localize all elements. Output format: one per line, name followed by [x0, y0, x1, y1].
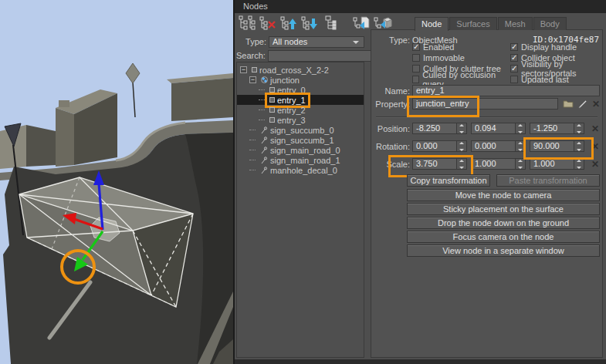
view-node-separate-window-button[interactable]: View node in a separate window	[407, 244, 600, 257]
checkmark-icon	[412, 54, 420, 62]
tree-guide-line	[249, 160, 256, 160]
property-row: Property: junction_entry ✕	[371, 98, 600, 110]
tab-node[interactable]: Node	[415, 17, 449, 31]
reference-node-icon	[260, 157, 268, 164]
move-node-to-camera-button[interactable]: Move the node to camera	[407, 189, 600, 201]
reset-scale-button[interactable]: ✕	[591, 160, 599, 169]
scale-x-field[interactable]: 3.750	[412, 158, 467, 170]
reset-rotation-button[interactable]: ✕	[591, 142, 599, 151]
rotation-y-field[interactable]: 0.000	[471, 140, 526, 152]
reference-node-icon	[260, 147, 268, 154]
spinner-icon[interactable]	[515, 159, 525, 169]
tree-item-sign_main_road_1[interactable]: sign_main_road_1	[237, 155, 364, 165]
search-label: Search:	[236, 51, 266, 60]
save-node-as-file-icon[interactable]	[353, 15, 371, 32]
mesh-node-icon	[269, 97, 275, 103]
tree-item-sign_succumb_1[interactable]: sign_succumb_1	[237, 135, 364, 145]
position-z-field[interactable]: -1.250	[530, 123, 584, 134]
dummy-node-icon	[261, 76, 268, 83]
scale-y-field[interactable]: 1.000	[471, 158, 526, 170]
checkbox-immovable[interactable]: Immovable	[412, 52, 510, 62]
search-row: Search:	[236, 49, 364, 62]
tree-guide-line	[249, 130, 256, 130]
rotation-row: Rotation: 0.000 0.000 90.000 ✕	[371, 140, 600, 152]
checkbox-display-handle[interactable]: ✓Display handle	[510, 42, 601, 52]
tree-item-entry_3[interactable]: entry_3	[237, 115, 364, 125]
tree-item-manhole_decal_0[interactable]: manhole_decal_0	[237, 165, 364, 175]
move-node-up-icon[interactable]	[279, 15, 298, 32]
checkmark-icon	[412, 76, 419, 83]
mesh-node-icon	[269, 107, 275, 113]
spinner-icon[interactable]	[574, 123, 584, 133]
tree-item-junction[interactable]: − junction	[237, 75, 364, 85]
tree-item-sign_succumb_0[interactable]: sign_succumb_0	[237, 125, 364, 135]
browse-property-button[interactable]	[563, 99, 574, 108]
tree-guide-line	[249, 140, 256, 140]
delete-node-icon[interactable]	[259, 15, 277, 32]
spinner-icon[interactable]	[515, 123, 525, 133]
tab-surfaces[interactable]: Surfaces	[449, 17, 496, 30]
tree-guide-line	[259, 99, 265, 100]
tree-guide-line	[249, 170, 256, 170]
node-hierarchy-tree[interactable]: − road_cross_X_2-2 − junction entry_0 en…	[236, 62, 364, 358]
clear-property-button[interactable]: ✕	[592, 99, 600, 109]
details-tabs: Node Surfaces Mesh Body	[415, 17, 567, 31]
checkbox-culled-by-occlusion-query[interactable]: Culled by occlusion query	[412, 74, 510, 84]
mesh-node-icon	[269, 87, 275, 93]
edit-property-button[interactable]	[578, 99, 587, 109]
add-node-hierarchy-icon[interactable]	[238, 15, 256, 32]
spinner-icon[interactable]	[515, 141, 525, 151]
node-type-label: Type:	[371, 35, 410, 45]
application-window: Nodes	[0, 0, 606, 364]
type-filter-dropdown[interactable]: All nodes	[269, 36, 364, 48]
position-y-field[interactable]: 0.094	[471, 123, 526, 134]
name-label: Name:	[371, 86, 410, 96]
paste-transformation-button[interactable]: Paste transformation	[496, 174, 600, 187]
checkbox-updated-last[interactable]: Updated last	[510, 74, 601, 84]
tree-guide-line	[259, 110, 265, 110]
tree-item-road_cross_X_2-2[interactable]: − road_cross_X_2-2	[237, 65, 364, 75]
checkmark-icon	[510, 76, 518, 83]
separator	[376, 116, 598, 117]
mesh-node-icon	[269, 117, 275, 123]
spinner-icon[interactable]	[456, 141, 466, 151]
position-label: Position:	[371, 124, 410, 133]
tree-item-entry_0[interactable]: entry_0	[237, 85, 364, 95]
reference-node-icon	[260, 167, 268, 174]
rotation-label: Rotation:	[371, 142, 410, 151]
drop-node-button[interactable]: Drop the node down on the ground	[407, 217, 600, 229]
move-node-down-icon[interactable]	[300, 15, 319, 32]
checkbox-visibility-by-sectors-portals[interactable]: ✓Visibility by sectors/portals	[510, 63, 601, 73]
sticky-placement-button[interactable]: Sticky placement on the surface	[407, 203, 600, 215]
checkmark-icon: ✓	[510, 65, 518, 72]
tab-body[interactable]: Body	[533, 17, 567, 30]
scale-z-field[interactable]: 1.000	[530, 158, 584, 170]
collapse-expander-icon[interactable]: −	[249, 76, 256, 83]
tab-mesh[interactable]: Mesh	[498, 17, 533, 30]
panel-title[interactable]: Nodes	[235, 0, 606, 13]
property-input[interactable]: junction_entry	[412, 98, 558, 110]
position-x-field[interactable]: -8.250	[412, 123, 467, 134]
panel-status-strip	[235, 359, 606, 364]
tree-item-sign_main_road_0[interactable]: sign_main_road_0	[237, 145, 364, 155]
search-input[interactable]	[268, 50, 385, 62]
tree-guide-line	[259, 120, 265, 120]
focus-camera-button[interactable]: Focus camera on the node	[407, 231, 600, 243]
reset-position-button[interactable]: ✕	[591, 124, 599, 133]
viewport-3d[interactable]	[0, 0, 233, 364]
checkbox-enabled[interactable]: ✓Enabled	[412, 42, 510, 52]
spinner-icon[interactable]	[456, 159, 466, 169]
tree-item-entry_1[interactable]: entry_1	[237, 95, 364, 105]
rotation-x-field[interactable]: 0.000	[412, 140, 467, 152]
copy-transformation-button[interactable]: Copy transformation	[407, 174, 490, 187]
rotation-z-field[interactable]: 90.000	[530, 140, 584, 152]
node-flags: ✓Enabled ✓Display handle Immovable ✓Coll…	[412, 42, 601, 84]
spinner-icon[interactable]	[574, 141, 584, 151]
checkmark-icon: ✓	[510, 54, 518, 62]
name-input[interactable]: entry_1	[412, 85, 600, 96]
collapse-expander-icon[interactable]: −	[240, 66, 247, 73]
spinner-icon[interactable]	[574, 159, 584, 169]
expand-hierarchy-icon[interactable]	[321, 15, 340, 32]
tree-item-entry_2[interactable]: entry_2	[237, 105, 364, 115]
spinner-icon[interactable]	[456, 123, 466, 133]
